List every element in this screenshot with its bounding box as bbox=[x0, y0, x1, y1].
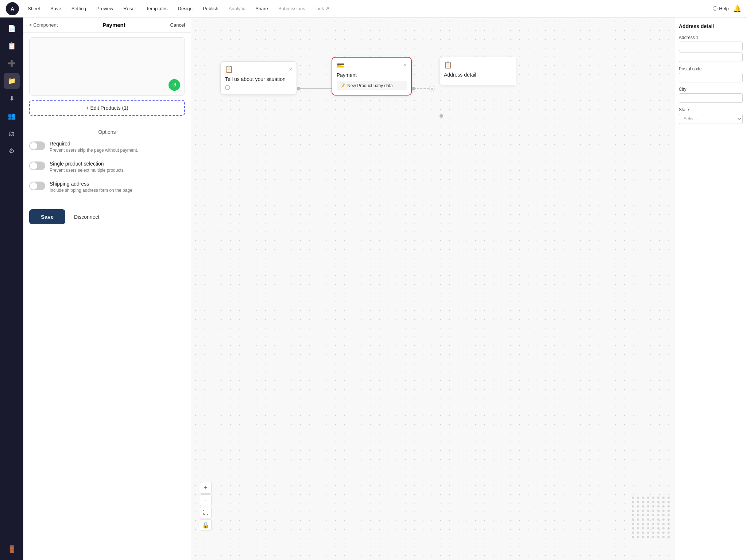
decoration-dot bbox=[637, 501, 639, 503]
zoom-out-button[interactable]: − bbox=[200, 494, 212, 506]
nav-save[interactable]: Save bbox=[46, 4, 66, 13]
state-field: State Select... bbox=[679, 107, 743, 124]
flow-node-payment[interactable]: 💳 × Payment 📝 New Product baby data bbox=[332, 57, 412, 96]
address1-input-2[interactable] bbox=[679, 52, 743, 62]
nav-setting[interactable]: Setting bbox=[67, 4, 90, 13]
decoration-dot bbox=[652, 514, 654, 516]
sidebar-item-new-form[interactable]: 📄 bbox=[4, 20, 20, 36]
shipping-toggle[interactable] bbox=[29, 182, 45, 190]
address-clipboard-icon: 📋 bbox=[444, 61, 452, 69]
decoration-dot bbox=[662, 523, 665, 525]
close-tell-us-icon[interactable]: × bbox=[289, 66, 292, 72]
payment-product-tag: 📝 New Product baby data bbox=[337, 81, 407, 90]
decoration-dot bbox=[642, 518, 644, 521]
address-detail-title: Address detail bbox=[679, 23, 743, 29]
nav-share[interactable]: Share bbox=[251, 4, 272, 13]
canvas-area[interactable]: × × 📋 × Tell us about your situation 💳 × bbox=[191, 18, 747, 560]
refresh-button[interactable]: ↺ bbox=[169, 79, 180, 91]
decoration-dot bbox=[652, 536, 654, 538]
product-tag-icon: 📝 bbox=[340, 83, 345, 88]
decoration-dot bbox=[657, 497, 659, 499]
svg-point-5 bbox=[412, 87, 415, 90]
city-input[interactable] bbox=[679, 93, 743, 103]
decoration-dot bbox=[632, 510, 634, 512]
option-single-product: Single product selection Prevent users s… bbox=[29, 161, 185, 174]
help-button[interactable]: ⓘ Help bbox=[713, 5, 729, 12]
nav-templates[interactable]: Templates bbox=[142, 4, 172, 13]
svg-point-1 bbox=[297, 87, 301, 90]
lock-button[interactable]: 🔒 bbox=[200, 519, 212, 531]
decoration-dot bbox=[667, 510, 670, 512]
nav-publish[interactable]: Publish bbox=[198, 4, 223, 13]
product-preview: ↺ bbox=[29, 37, 185, 96]
options-section: Options Required Prevent users skip the … bbox=[23, 129, 191, 201]
address1-input[interactable] bbox=[679, 42, 743, 51]
product-tag-label: New Product baby data bbox=[347, 83, 393, 88]
sidebar-item-folder[interactable]: 📁 bbox=[4, 73, 20, 89]
top-nav: A Sheet Save Setting Preview Reset Templ… bbox=[0, 0, 747, 18]
decoration-dot bbox=[642, 532, 644, 534]
decoration-dot bbox=[647, 523, 649, 525]
back-button[interactable]: < Component bbox=[29, 22, 58, 28]
decoration-dot bbox=[632, 532, 634, 534]
logout-icon: 🚪 bbox=[8, 545, 16, 553]
nav-reset[interactable]: Reset bbox=[119, 4, 140, 13]
zoom-in-button[interactable]: + bbox=[200, 482, 212, 494]
decoration-dot bbox=[657, 505, 659, 508]
option-shipping: Shipping address Include shipping addres… bbox=[29, 181, 185, 194]
decoration-dot bbox=[647, 514, 649, 516]
decoration-dot bbox=[667, 505, 670, 508]
decoration-dot bbox=[637, 523, 639, 525]
nav-analytic[interactable]: Analytic bbox=[224, 4, 250, 13]
decoration-dot bbox=[642, 536, 644, 538]
single-product-toggle[interactable] bbox=[29, 162, 45, 170]
decoration-dot bbox=[632, 518, 634, 521]
flow-node-address[interactable]: 📋 Address detail bbox=[439, 57, 516, 85]
nav-preview[interactable]: Preview bbox=[92, 4, 117, 13]
decoration-dot bbox=[657, 501, 659, 503]
decoration-dot bbox=[637, 532, 639, 534]
import-icon: ⬇ bbox=[9, 94, 15, 102]
postal-code-input[interactable] bbox=[679, 73, 743, 82]
disconnect-button[interactable]: Disconnect bbox=[74, 214, 99, 220]
action-buttons: Save Disconnect bbox=[23, 201, 191, 233]
sidebar-item-layers[interactable]: 🗂 bbox=[4, 125, 20, 141]
decoration-dot bbox=[657, 536, 659, 538]
flow-node-tell-us-header: 📋 × bbox=[221, 62, 297, 76]
postal-code-field: Postal code bbox=[679, 66, 743, 82]
fit-view-button[interactable]: ⛶ bbox=[200, 507, 212, 518]
sidebar-item-forms[interactable]: 📋 bbox=[4, 38, 20, 54]
cancel-button[interactable]: Cancel bbox=[170, 22, 185, 28]
sidebar-item-logout[interactable]: 🚪 bbox=[4, 541, 20, 557]
sidebar-item-import[interactable]: ⬇ bbox=[4, 90, 20, 106]
notification-bell-icon[interactable]: 🔔 bbox=[733, 5, 741, 13]
edit-products-button[interactable]: + Edit Products (1) bbox=[29, 100, 185, 116]
close-payment-icon[interactable]: × bbox=[404, 62, 407, 68]
decoration-dot bbox=[647, 510, 649, 512]
sidebar-item-settings[interactable]: ⚙ bbox=[4, 143, 20, 159]
shipping-label: Shipping address bbox=[50, 181, 133, 187]
decoration-dot bbox=[647, 505, 649, 508]
decoration-dot bbox=[662, 501, 665, 503]
required-toggle[interactable] bbox=[29, 141, 45, 150]
decoration-dot bbox=[667, 518, 670, 521]
nav-submissions[interactable]: Submissions bbox=[274, 4, 310, 13]
decoration-dot bbox=[667, 497, 670, 499]
options-label: Options bbox=[98, 129, 116, 135]
decoration-dot bbox=[662, 518, 665, 521]
flow-node-address-body: Address detail bbox=[440, 72, 516, 85]
svg-text:×: × bbox=[431, 87, 433, 91]
sidebar-item-add[interactable]: ➕ bbox=[4, 55, 20, 71]
address-node-title: Address detail bbox=[444, 72, 511, 78]
state-select[interactable]: Select... bbox=[679, 114, 743, 124]
decoration-dot bbox=[652, 532, 654, 534]
flow-node-tell-us[interactable]: 📋 × Tell us about your situation bbox=[220, 61, 297, 95]
decoration-dot bbox=[642, 527, 644, 529]
decoration-dot bbox=[637, 527, 639, 529]
decoration-dot bbox=[637, 514, 639, 516]
nav-sheet[interactable]: Sheet bbox=[23, 4, 44, 13]
nav-link[interactable]: Link ↗ bbox=[311, 4, 334, 13]
sidebar-item-users[interactable]: 👥 bbox=[4, 108, 20, 124]
save-button[interactable]: Save bbox=[29, 209, 65, 224]
nav-design[interactable]: Design bbox=[174, 4, 197, 13]
